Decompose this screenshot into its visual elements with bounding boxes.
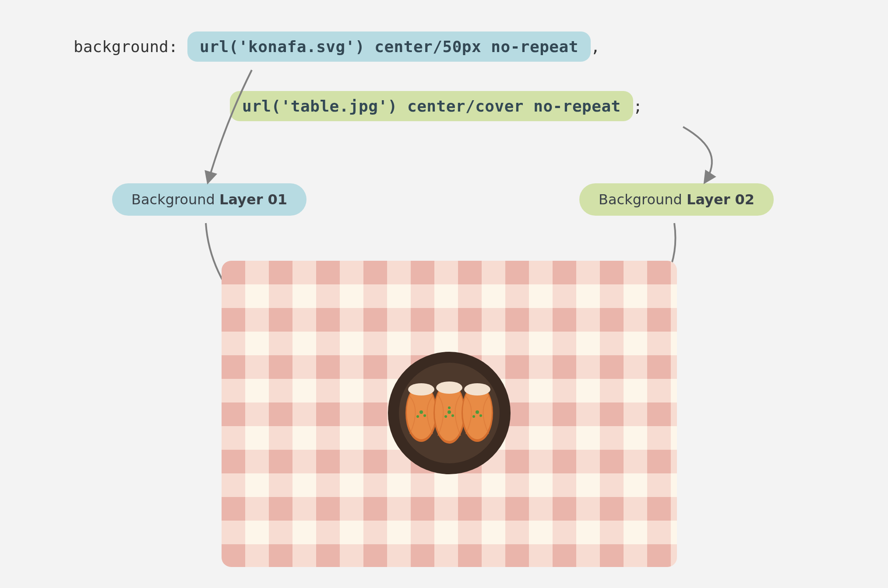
- svg-point-24: [479, 414, 482, 417]
- css-layer1-value: url('konafa.svg') center/50px no-repeat: [187, 32, 591, 62]
- plate-illustration: [384, 347, 515, 480]
- css-layer2-value: url('table.jpg') center/cover no-repeat: [230, 91, 633, 121]
- svg-point-16: [419, 410, 423, 414]
- preview-box: [222, 261, 677, 567]
- layer1-label-bold: Layer 01: [219, 191, 287, 208]
- layer1-label: Background Layer 01: [112, 183, 307, 216]
- layer1-label-prefix: Background: [131, 191, 219, 208]
- layer2-label-bold: Layer 02: [687, 191, 754, 208]
- layer2-label: Background Layer 02: [579, 183, 774, 216]
- svg-point-17: [423, 414, 426, 417]
- svg-point-18: [416, 415, 419, 418]
- svg-point-9: [408, 383, 434, 396]
- svg-point-23: [476, 410, 479, 414]
- css-property-label: background:: [74, 38, 178, 56]
- svg-point-25: [472, 415, 475, 418]
- svg-point-12: [436, 382, 462, 394]
- css-semicolon: ;: [633, 97, 643, 115]
- svg-point-21: [444, 415, 447, 418]
- svg-point-15: [464, 383, 490, 396]
- layer2-label-prefix: Background: [599, 191, 687, 208]
- svg-point-22: [448, 406, 451, 409]
- svg-point-19: [448, 410, 451, 414]
- svg-point-20: [451, 414, 454, 417]
- css-comma: ,: [591, 38, 600, 56]
